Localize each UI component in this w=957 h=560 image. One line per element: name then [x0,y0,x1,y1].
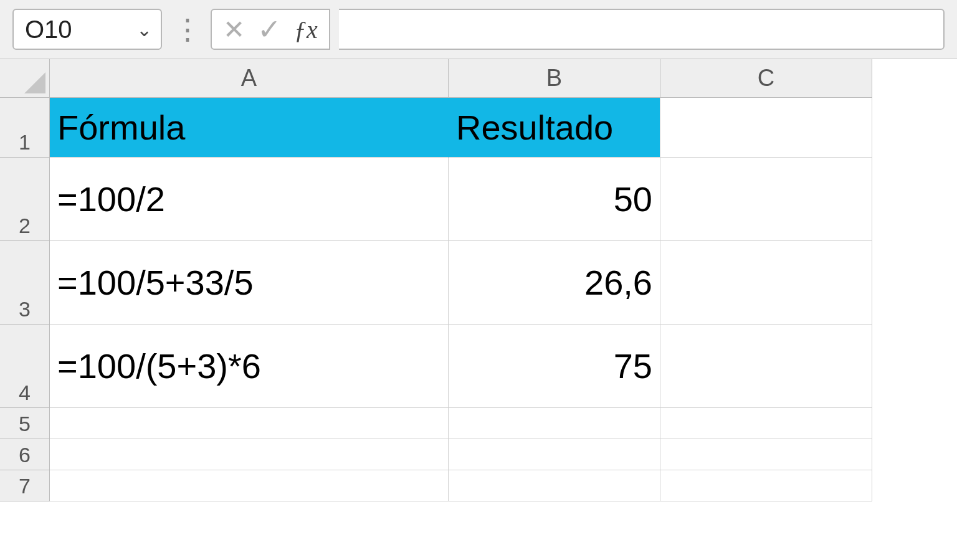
cell-b6[interactable] [449,439,660,470]
formula-input[interactable] [339,9,945,50]
row-header[interactable]: 2 [0,158,50,241]
formula-controls: ✕ ✓ ƒx [211,9,330,50]
cell-c2[interactable] [660,158,872,241]
select-all-corner[interactable] [0,59,50,98]
spreadsheet-grid: A B C 1 Fórmula Resultado 2 =100/2 50 3 … [0,59,957,501]
cell-b7[interactable] [449,470,660,501]
row-header[interactable]: 6 [0,439,50,470]
cell-a1[interactable]: Fórmula [50,98,449,158]
formula-bar: O10 ⌄ ⋮ ✕ ✓ ƒx [0,0,957,59]
fx-icon[interactable]: ƒx [294,15,318,44]
cell-a6[interactable] [50,439,449,470]
cell-c1[interactable] [660,98,872,158]
name-box-value: O10 [25,16,72,44]
data-row: 3 =100/5+33/5 26,6 [0,241,957,325]
cell-a5[interactable] [50,408,449,439]
column-header-row: A B C [0,59,957,98]
data-row: 6 [0,439,957,470]
data-row: 1 Fórmula Resultado [0,98,957,158]
cell-c7[interactable] [660,470,872,501]
col-header-c[interactable]: C [660,59,872,98]
data-row: 2 =100/2 50 [0,158,957,241]
cancel-icon[interactable]: ✕ [223,14,245,45]
cell-a4[interactable]: =100/(5+3)*6 [50,325,449,408]
name-box[interactable]: O10 ⌄ [12,9,162,50]
cell-a3[interactable]: =100/5+33/5 [50,241,449,325]
cell-b2[interactable]: 50 [449,158,660,241]
col-header-a[interactable]: A [50,59,449,98]
cell-c5[interactable] [660,408,872,439]
row-header[interactable]: 4 [0,325,50,408]
data-row: 7 [0,470,957,501]
cell-b1[interactable]: Resultado [449,98,660,158]
cell-c4[interactable] [660,325,872,408]
col-header-b[interactable]: B [449,59,660,98]
separator-icon: ⋮ [171,12,202,46]
row-header[interactable]: 5 [0,408,50,439]
data-row: 5 [0,408,957,439]
row-header[interactable]: 7 [0,470,50,501]
cell-a2[interactable]: =100/2 [50,158,449,241]
cell-c3[interactable] [660,241,872,325]
cell-b4[interactable]: 75 [449,325,660,408]
accept-icon[interactable]: ✓ [257,12,282,46]
chevron-down-icon[interactable]: ⌄ [136,19,152,40]
cell-c6[interactable] [660,439,872,470]
cell-b5[interactable] [449,408,660,439]
cell-b3[interactable]: 26,6 [449,241,660,325]
data-row: 4 =100/(5+3)*6 75 [0,325,957,408]
cell-a7[interactable] [50,470,449,501]
row-header[interactable]: 3 [0,241,50,325]
row-header[interactable]: 1 [0,98,50,158]
